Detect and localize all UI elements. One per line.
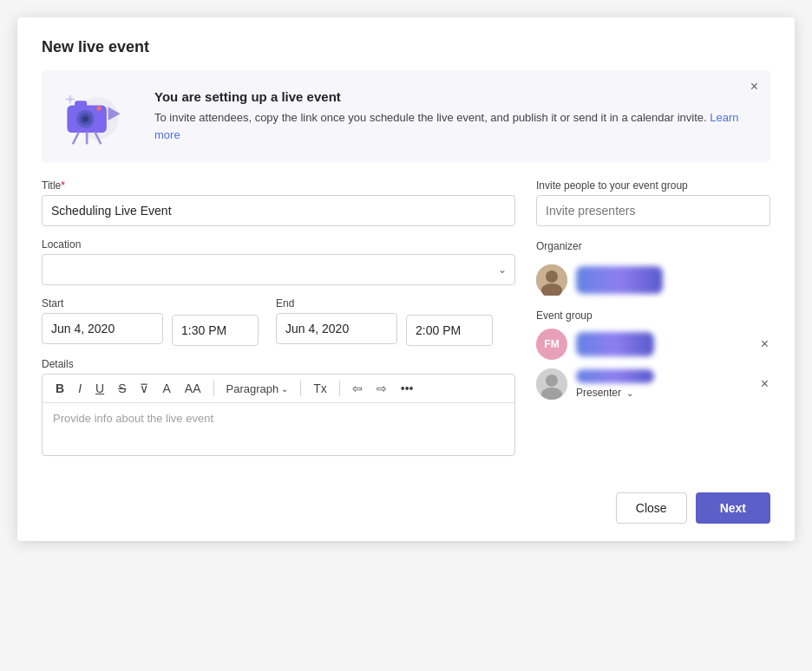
indent-increase-button[interactable]: ⇨: [372, 380, 391, 397]
location-label: Location: [42, 238, 515, 251]
details-placeholder-text[interactable]: Provide info about the live event: [43, 403, 514, 455]
svg-point-17: [546, 270, 558, 283]
more-options-button[interactable]: •••: [396, 380, 418, 397]
end-time-input[interactable]: [406, 315, 493, 346]
details-rich-text-area: B I U S ⊽ A AA Paragraph ⌄ Tx: [42, 374, 515, 456]
italic-button[interactable]: I: [74, 380, 86, 397]
svg-line-8: [73, 133, 78, 143]
end-time-group: [406, 315, 493, 346]
start-time-group: [172, 315, 259, 346]
banner-body: To invite attendees, copy the link once …: [154, 109, 753, 143]
toolbar-divider-3: [339, 381, 340, 396]
organizer-section-label: Organizer: [536, 240, 770, 252]
start-label: Start: [42, 297, 163, 309]
font-color-button[interactable]: A: [158, 380, 174, 397]
member-1-avatar: FM: [536, 329, 567, 360]
underline-button[interactable]: U: [91, 380, 108, 397]
start-date-input[interactable]: [42, 313, 163, 344]
indent-decrease-button[interactable]: ⇦: [348, 380, 367, 397]
member-2-name-blur: [576, 369, 654, 383]
chevron-down-icon: ⌄: [281, 384, 288, 394]
next-button[interactable]: Next: [696, 492, 770, 524]
new-live-event-dialog: New live event: [17, 17, 795, 541]
bold-button[interactable]: B: [51, 380, 69, 397]
end-date-input[interactable]: [276, 313, 397, 344]
event-group-member-1: FM ×: [536, 329, 770, 360]
banner-heading: You are setting up a live event: [154, 89, 753, 104]
clear-format-button[interactable]: Tx: [309, 380, 331, 397]
dialog-title: New live event: [42, 38, 770, 56]
svg-point-6: [97, 106, 102, 110]
toolbar-divider-1: [213, 381, 214, 396]
member-2-info: Presenter ⌄: [576, 369, 750, 399]
right-column: Invite people to your event group Organi…: [536, 179, 770, 468]
location-select-wrapper: ⌄: [42, 254, 515, 285]
location-field-group: Location ⌄: [42, 238, 515, 285]
dialog-footer: Close Next: [42, 492, 770, 524]
start-group: Start: [42, 297, 163, 346]
svg-point-4: [82, 116, 88, 122]
title-field-group: Title*: [42, 179, 515, 226]
invite-presenters-input[interactable]: [536, 195, 770, 226]
member-2-role: Presenter: [576, 387, 621, 399]
banner-close-button[interactable]: ×: [750, 79, 758, 94]
organizer-avatar: [536, 264, 567, 296]
info-banner: You are setting up a live event To invit…: [42, 70, 770, 162]
location-select[interactable]: [42, 254, 515, 285]
close-button[interactable]: Close: [616, 492, 687, 524]
organizer-row: [536, 259, 770, 301]
font-size-button[interactable]: AA: [180, 380, 206, 397]
title-label: Title*: [42, 179, 515, 192]
banner-text: You are setting up a live event To invit…: [154, 89, 753, 143]
event-group-label: Event group: [536, 309, 770, 322]
svg-rect-5: [75, 101, 87, 107]
svg-point-20: [546, 375, 558, 387]
main-layout: Title* Location ⌄ Start: [42, 179, 770, 468]
remove-member-2-button[interactable]: ×: [759, 375, 770, 394]
details-field-group: Details B I U S ⊽ A AA Paragraph ⌄: [42, 358, 515, 456]
chevron-down-icon: ⌄: [626, 388, 633, 398]
organizer-name-blur: [576, 266, 663, 294]
organizer-info: [576, 266, 770, 294]
strikethrough-button[interactable]: S: [114, 380, 130, 397]
details-label: Details: [42, 358, 515, 370]
end-label: End: [276, 297, 397, 309]
invite-label: Invite people to your event group: [536, 179, 770, 192]
remove-member-1-button[interactable]: ×: [759, 335, 770, 354]
start-time-input[interactable]: [172, 315, 259, 346]
camera-illustration: [59, 84, 137, 148]
rich-text-toolbar: B I U S ⊽ A AA Paragraph ⌄ Tx: [43, 375, 514, 403]
paragraph-dropdown[interactable]: Paragraph ⌄: [222, 381, 293, 397]
member-2-role-dropdown[interactable]: Presenter ⌄: [576, 387, 750, 399]
member-2-avatar: [536, 368, 567, 400]
end-group: End: [276, 297, 397, 346]
member-1-info: [576, 332, 750, 356]
toolbar-divider-2: [300, 381, 301, 396]
left-column: Title* Location ⌄ Start: [42, 179, 515, 468]
member-1-name-blur: [576, 332, 654, 356]
highlight-button[interactable]: ⊽: [135, 380, 153, 397]
title-input[interactable]: [42, 195, 515, 226]
event-group-member-2: Presenter ⌄ ×: [536, 368, 770, 400]
datetime-row: Start End: [42, 297, 515, 346]
